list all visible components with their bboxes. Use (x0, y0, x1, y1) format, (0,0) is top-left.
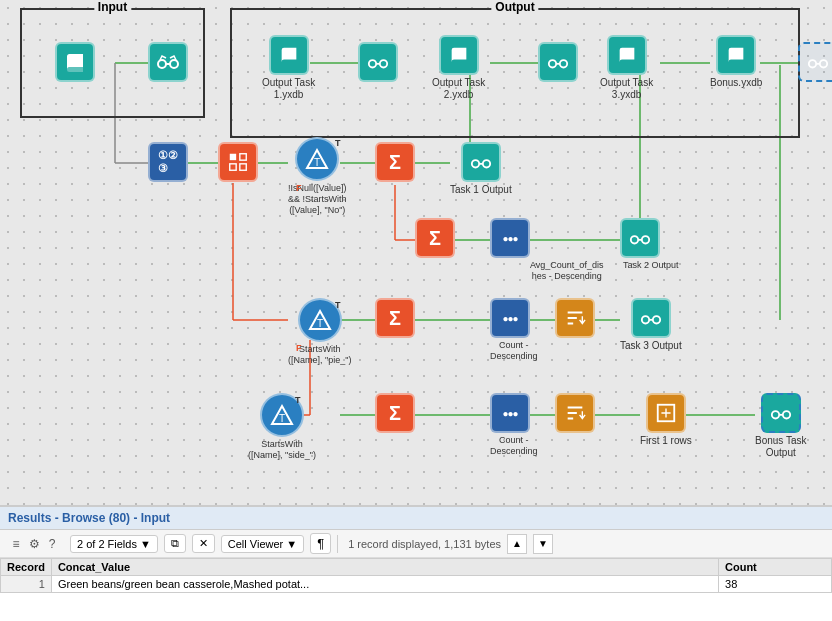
svg-point-56 (772, 411, 779, 418)
filter-node[interactable] (218, 142, 258, 182)
svg-text:T: T (314, 157, 320, 168)
input-binoculars-node[interactable] (148, 42, 188, 82)
info-icon[interactable]: ? (44, 536, 60, 552)
output-task2-label: Output Task 2.yxdb (432, 77, 485, 101)
copy-button[interactable]: ⧉ (164, 534, 186, 553)
svg-rect-42 (240, 164, 246, 170)
cell-viewer-label: Cell Viewer (228, 538, 283, 550)
svg-text:T: T (317, 318, 323, 329)
browse-t1-label: Task 1 Output (450, 184, 512, 196)
svg-rect-41 (230, 164, 236, 170)
cell-viewer-dropdown[interactable]: Cell Viewer ▼ (221, 535, 304, 553)
col-header-concat: Concat_Value (51, 559, 718, 576)
cell-concat-value: Green beans/green bean casserole,Mashed … (51, 576, 718, 593)
svg-rect-39 (230, 154, 236, 160)
results-title: Results (8, 511, 51, 525)
svg-point-31 (158, 60, 166, 68)
multi2-node[interactable]: ●●● (490, 218, 530, 258)
svg-point-51 (642, 316, 649, 323)
svg-point-46 (483, 160, 490, 167)
bonus-book-node[interactable]: Bonus.yxdb (710, 35, 762, 89)
sort3-node[interactable] (555, 298, 595, 338)
summarize1-node[interactable]: Σ (375, 142, 415, 182)
output-task1-label: Output Task 1.yxdb (262, 77, 315, 101)
output-task3-book-node[interactable]: Output Task 3.yxdb (600, 35, 653, 101)
count-desc3-label: Count -Descending (490, 435, 538, 457)
formula1-false-label: F (296, 183, 302, 193)
output-task2-browse-node[interactable] (538, 42, 578, 82)
browse-t4-node[interactable]: Bonus Task Output (755, 393, 807, 459)
formula2-node[interactable]: T StartsWith ([Name], "pie_") (288, 298, 351, 366)
bonus-browse-node[interactable] (798, 42, 832, 82)
browse-t4-label: Bonus Task Output (755, 435, 807, 459)
svg-text:T: T (279, 413, 285, 424)
formula3-label: StartsWith ([Name], "side_") (248, 439, 316, 461)
gear-icon[interactable]: ⚙ (26, 536, 42, 552)
svg-point-48 (642, 236, 649, 243)
input-book-node[interactable] (55, 42, 95, 82)
first1rows-label: First 1 rows (640, 435, 692, 447)
col-header-count: Count (719, 559, 832, 576)
output-task3-label: Output Task 3.yxdb (600, 77, 653, 101)
fields-dropdown[interactable]: 2 of 2 Fields ▼ (70, 535, 158, 553)
svg-point-34 (380, 60, 387, 67)
table-view-icon[interactable]: ≡ (8, 536, 24, 552)
multi4-node[interactable]: ●●● (490, 393, 530, 433)
summarize3-node[interactable]: Σ (375, 298, 415, 338)
sort4-node[interactable] (555, 393, 595, 433)
results-header: Results - Browse (80) - Input (0, 507, 832, 530)
results-toolbar: ≡ ⚙ ? 2 of 2 Fields ▼ ⧉ ✕ Cell Viewer ▼ … (0, 530, 832, 558)
copy-icon: ⧉ (171, 537, 179, 550)
svg-point-36 (560, 60, 567, 67)
svg-point-57 (783, 411, 790, 418)
output-task1-book-node[interactable]: Output Task 1.yxdb (262, 35, 315, 101)
count-desc2-label: Count -Descending (490, 340, 538, 362)
formula3-true-label: T (295, 395, 301, 405)
svg-rect-40 (240, 154, 246, 160)
nav-down-button[interactable]: ▼ (533, 534, 553, 554)
toolbar-separator (337, 535, 338, 553)
svg-point-35 (549, 60, 556, 67)
formula2-true-label: T (335, 300, 341, 310)
nav-up-button[interactable]: ▲ (507, 534, 527, 554)
multi3-node[interactable]: ●●● (490, 298, 530, 338)
formula3-node[interactable]: T StartsWith ([Name], "side_") (248, 393, 316, 461)
record-info: 1 record displayed, 1,131 bytes (348, 538, 501, 550)
workflow-canvas: Input Output Output Task 1.yxdb Output T (0, 0, 832, 505)
record-id-node[interactable]: ①②③ (148, 142, 188, 182)
results-panel: Results - Browse (80) - Input ≡ ⚙ ? 2 of… (0, 505, 832, 621)
results-table: Record Concat_Value Count 1 Green beans/… (0, 558, 832, 593)
delete-button[interactable]: ✕ (192, 534, 215, 553)
formula1-true-label: T (335, 138, 341, 148)
delete-icon: ✕ (199, 537, 208, 550)
browse-t1-node[interactable]: Task 1 Output (450, 142, 512, 196)
fields-label: 2 of 2 Fields (77, 538, 137, 550)
summarize2-node[interactable]: Σ (415, 218, 455, 258)
svg-point-37 (809, 60, 816, 67)
output-task1-browse-node[interactable] (358, 42, 398, 82)
svg-point-38 (820, 60, 827, 67)
task2-output-label: Task 2 Output (623, 260, 679, 271)
svg-point-45 (472, 160, 479, 167)
formula1-node[interactable]: T !IsNull([Value]) && !StartsWith ([Valu… (288, 137, 347, 215)
input-box-label: Input (94, 0, 131, 14)
browse-t2-node[interactable] (620, 218, 660, 258)
svg-point-32 (170, 60, 178, 68)
fields-chevron-icon: ▼ (140, 538, 151, 550)
output-box-label: Output (491, 0, 538, 14)
results-browse-info: - Browse (80) - Input (55, 511, 170, 525)
col-header-record: Record (1, 559, 52, 576)
avg-label: Avg_Count_of_dishes - Descending (530, 260, 603, 282)
cell-row-num: 1 (1, 576, 52, 593)
pilcrow-button[interactable]: ¶ (310, 533, 331, 554)
output-task2-book-node[interactable]: Output Task 2.yxdb (432, 35, 485, 101)
browse-t3-node[interactable]: Task 3 Output (620, 298, 682, 352)
svg-point-47 (631, 236, 638, 243)
sample4-node[interactable]: First 1 rows (640, 393, 692, 447)
browse-t3-label: Task 3 Output (620, 340, 682, 352)
table-row[interactable]: 1 Green beans/green bean casserole,Mashe… (1, 576, 832, 593)
svg-point-33 (369, 60, 376, 67)
svg-point-52 (653, 316, 660, 323)
summarize4-node[interactable]: Σ (375, 393, 415, 433)
bonus-label: Bonus.yxdb (710, 77, 762, 89)
